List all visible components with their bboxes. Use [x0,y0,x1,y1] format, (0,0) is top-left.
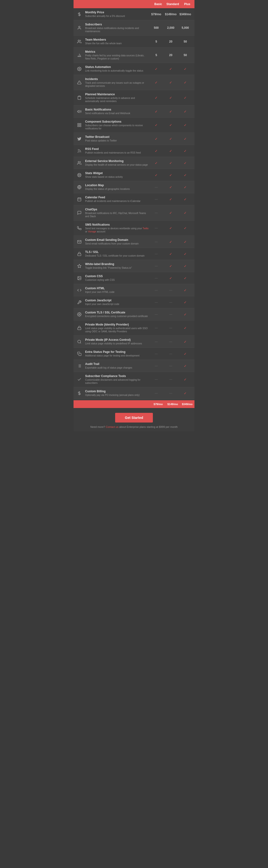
feature-desc-custom-javascript: Inject your own JavaScript code [85,303,149,306]
feature-plus-rss-feed: ✓ [178,149,192,153]
header-row: Basic Standard Plus [73,0,195,8]
feature-name-extra-status-page: Extra Status Page for Testing [85,350,149,353]
feature-row-rss-feed: RSS Feed Publish incidents and maintenan… [73,145,195,157]
feature-row-private-mode-idp: Private Mode (Identity Provider) Limit s… [73,320,195,336]
feature-standard-metrics: 20 [163,54,178,57]
feature-name-custom-tls-certificate: Custom TLS / SSL Certificate [85,311,149,314]
feature-plus-extra-status-page: ✓ [178,352,192,356]
feature-row-custom-tls-certificate: Custom TLS / SSL Certificate Encrypted c… [73,308,195,320]
feature-desc-metrics: Pretty charts fed by your existing data … [85,54,149,60]
feature-row-metrics: Metrics Pretty charts fed by your existi… [73,48,195,63]
feature-row-custom-email-domain: Custom Email Sending Domain Send email n… [73,236,195,248]
feature-row-tls-ssl: TLS / SSL Dedicated TLS / SSL certificat… [73,248,195,260]
feature-row-subscriber-compliance: Subscriber Compliance Tools Customizable… [73,372,195,387]
feature-standard-planned-maintenance: ✓ [163,96,178,100]
feature-name-location-map: Location Map [85,184,149,187]
feature-standard-sms-notifications: ✓ [163,226,178,230]
feature-desc-subscriber-compliance: Customizable disclaimers and advanced lo… [85,378,149,384]
enterprise-link[interactable]: Contact us [106,426,119,428]
feature-desc-calendar-feed: Publish all incidents and maintenances t… [85,199,149,203]
feature-plus-status-automation: ✓ [178,67,192,71]
feature-basic-metrics: 5 [149,54,163,57]
twilio-link[interactable]: Twilio [143,227,149,230]
feature-row-planned-maintenance: Planned Maintenance Schedule maintenance… [73,90,195,105]
search-icon [76,340,83,344]
feature-basic-white-label-branding: — [149,264,163,268]
feature-plus-custom-tls-certificate: ✓ [178,312,192,316]
feature-name-custom-email-domain: Custom Email Sending Domain [85,238,149,242]
feature-plus-custom-billing: ✓ [178,391,192,395]
feature-basic-tls-ssl: — [149,252,163,256]
feature-desc-subscribers: Broadcast status notifications during in… [85,27,149,33]
feature-standard-white-label-branding: ✓ [163,264,178,268]
svg-rect-14 [80,126,81,127]
feature-plus-private-mode-idp: ✓ [178,326,192,330]
vonage-link[interactable]: Vonage [88,230,96,233]
feature-basic-custom-tls-certificate: — [149,312,163,316]
feature-name-team-members: Team Members [85,38,149,41]
feature-basic-calendar-feed: — [149,197,163,201]
feature-row-twitter-broadcast: Twitter Broadcast Post status updates to… [73,133,195,145]
feature-desc-location-map: Display the status of geographic locatio… [85,187,149,191]
svg-point-33 [79,314,80,315]
svg-point-17 [78,161,80,163]
svg-point-2 [78,40,80,41]
gear2-icon [76,312,83,317]
feature-name-basic-notifications: Basic Notifications [85,108,149,111]
feature-name-component-subscriptions: Component Subscriptions [85,120,149,123]
feature-desc-custom-email-domain: Send email notifications from your custo… [85,242,149,245]
feature-name-external-service-monitoring: External Service Monitoring [85,159,149,163]
feature-desc-private-mode-ip: Limit status page visibility to predefin… [85,342,149,345]
chart-icon [76,53,83,57]
svg-point-35 [78,340,81,343]
checkmark-icon [76,377,83,382]
feature-plus-white-label-branding: ✓ [178,264,192,268]
feature-row-team-members: Team Members Share the fun with the whol… [73,36,195,48]
phone-icon [76,226,83,230]
feature-desc-rss-feed: Publish incidents and maintenances to an… [85,151,149,154]
enterprise-text: Need more? Contact us about Enterprise p… [78,426,190,428]
get-started-button[interactable]: Get Started [115,413,153,423]
feature-basic-team-members: 5 [149,40,163,43]
svg-point-19 [78,174,79,175]
feature-name-metrics: Metrics [85,50,149,54]
people-icon [76,161,83,165]
feature-plus-monthly-price: $349/mo [178,12,192,16]
feature-plus-basic-notifications: ✓ [178,110,192,114]
feature-row-custom-javascript: Custom JavaScript Inject your own JavaSc… [73,296,195,308]
svg-rect-37 [79,353,81,355]
feature-basic-custom-email-domain: — [149,240,163,244]
feature-desc-extra-status-page: Additional status page for testing and d… [85,354,149,357]
bottom-price-standard: $149/mo [166,403,180,406]
feature-row-white-label-branding: White-label Branding Toggle branding lin… [73,260,195,272]
feature-standard-chatops: ✓ [163,211,178,215]
image-icon [76,276,83,280]
megaphone-icon [76,109,83,114]
feature-plus-incidents: ✓ [178,81,192,84]
feature-basic-custom-billing: — [149,391,163,395]
feature-standard-tls-ssl: ✓ [163,252,178,256]
feature-name-private-mode-idp: Private Mode (Identity Provider) [85,323,149,326]
feature-row-calendar-feed: Calendar Feed Publish all incidents and … [73,193,195,205]
feature-row-custom-billing: Custom Billing Optionally pay via PO inv… [73,387,195,399]
feature-desc-custom-tls-certificate: Encrypted connections using customer-pro… [85,315,149,318]
envelope-icon [76,240,83,244]
feature-desc-external-service-monitoring: Display the health of external services … [85,163,149,166]
calendar-icon [76,197,83,202]
feature-standard-monthly-price: $149/mo [163,12,178,16]
feature-plus-planned-maintenance: ✓ [178,96,192,100]
svg-rect-34 [78,328,81,330]
feature-name-white-label-branding: White-label Branding [85,262,149,266]
feature-standard-calendar-feed: ✓ [163,197,178,201]
feature-plus-custom-email-domain: ✓ [178,240,192,244]
svg-point-22 [78,175,79,176]
feature-standard-private-mode-ip: — [163,340,178,344]
lock-icon [76,252,83,256]
feature-basic-custom-html: — [149,288,163,292]
feature-row-incidents: Incidents Track and communicate any issu… [73,75,195,90]
lock2-icon [76,326,83,330]
feature-name-custom-html: Custom HTML [85,287,149,290]
rss-icon [76,149,83,153]
svg-marker-30 [78,264,81,268]
feature-row-location-map: Location Map Display the status of geogr… [73,181,195,193]
